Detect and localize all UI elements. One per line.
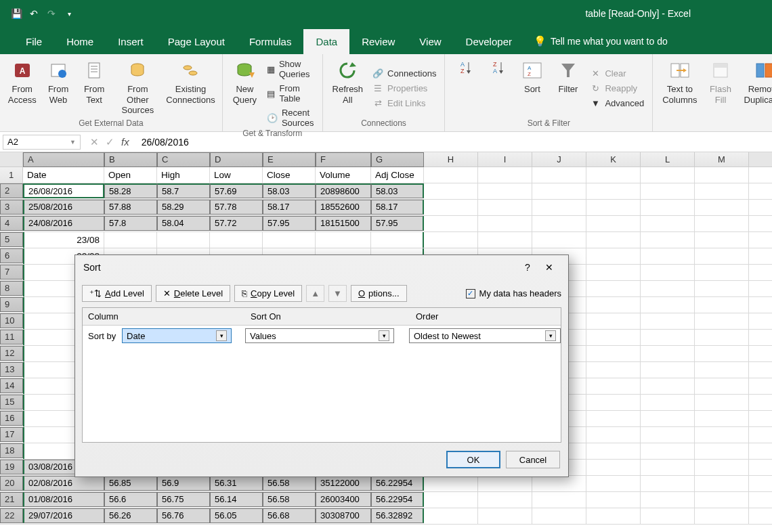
from-other-sources-button[interactable]: From Other Sources	[115, 58, 161, 118]
cell[interactable]	[695, 427, 749, 443]
col-header-D[interactable]: D	[210, 152, 263, 167]
headers-checkbox[interactable]: ✓ My data has headers	[466, 288, 561, 298]
cell[interactable]	[695, 330, 749, 345]
sortby-field-select[interactable]: Date▾	[122, 328, 232, 343]
cell[interactable]: 56.14	[210, 492, 263, 507]
cell[interactable]	[210, 232, 263, 248]
cell[interactable]	[641, 248, 695, 264]
undo-icon[interactable]: ↶	[28, 7, 40, 20]
cancel-button[interactable]: Cancel	[506, 451, 560, 468]
copy-level-button[interactable]: ⎘Copy Level	[234, 285, 302, 302]
cell[interactable]	[478, 216, 532, 231]
cell[interactable]	[695, 460, 749, 475]
cell[interactable]: 56.75	[157, 492, 210, 507]
recent-sources-button[interactable]: 🕑Recent Sources	[265, 107, 316, 129]
new-query-button[interactable]: New Query	[230, 58, 260, 129]
select-all-corner[interactable]	[0, 152, 23, 167]
row-header[interactable]: 14	[0, 378, 23, 393]
cell[interactable]: 24/08/2016	[23, 216, 104, 231]
cell[interactable]	[641, 476, 695, 491]
insert-function-icon[interactable]: fx	[121, 136, 129, 148]
row-header[interactable]: 18	[0, 443, 23, 458]
cell[interactable]	[586, 265, 641, 280]
options-button[interactable]: Options...	[351, 285, 407, 302]
cell[interactable]: 30308700	[316, 508, 371, 523]
cell[interactable]: 57.72	[210, 216, 263, 231]
cell[interactable]	[695, 183, 749, 199]
cell[interactable]	[424, 200, 478, 215]
row-header[interactable]: 8	[0, 281, 23, 296]
cell[interactable]	[695, 281, 749, 296]
row-header[interactable]: 1	[0, 167, 23, 183]
tell-me[interactable]: 💡 Tell me what you want to do	[524, 28, 677, 54]
cell[interactable]: 20898600	[316, 183, 371, 198]
cell[interactable]	[641, 216, 695, 231]
from-access-button[interactable]: A From Access	[7, 58, 38, 118]
cell[interactable]	[586, 362, 641, 378]
cell[interactable]	[586, 443, 641, 459]
cell[interactable]	[641, 330, 695, 345]
header-cell[interactable]: Adj Close	[371, 167, 424, 183]
row-header[interactable]: 6	[0, 248, 23, 263]
from-web-button[interactable]: From Web	[43, 58, 74, 118]
col-header-C[interactable]: C	[157, 152, 210, 167]
cell[interactable]: 56.85	[104, 476, 157, 491]
col-header-B[interactable]: B	[104, 152, 157, 167]
cell[interactable]: 23/08	[23, 232, 104, 248]
cell[interactable]	[478, 200, 532, 215]
enter-formula-icon[interactable]: ✓	[106, 136, 114, 148]
cell[interactable]: 56.22954	[371, 476, 424, 491]
cell[interactable]: 56.58	[263, 492, 316, 507]
cell[interactable]	[371, 232, 424, 248]
filter-button[interactable]: Filter	[553, 58, 583, 118]
cell[interactable]: 56.68	[263, 508, 316, 523]
cell[interactable]	[586, 492, 641, 508]
cell[interactable]	[586, 427, 641, 443]
delete-level-button[interactable]: ✕Delete Level	[156, 285, 230, 302]
cell[interactable]	[641, 362, 695, 378]
cell[interactable]: 56.26	[104, 508, 157, 523]
col-header-M[interactable]: M	[695, 152, 749, 167]
header-cell[interactable]: Low	[210, 167, 263, 183]
cell[interactable]	[641, 508, 695, 524]
cell[interactable]	[586, 232, 641, 248]
cell[interactable]	[478, 183, 532, 199]
cell[interactable]	[695, 443, 749, 459]
cell[interactable]	[641, 395, 695, 410]
col-header-E[interactable]: E	[263, 152, 316, 167]
cell[interactable]	[695, 167, 749, 183]
cell[interactable]	[532, 183, 586, 199]
cell[interactable]	[532, 232, 586, 248]
cell[interactable]	[695, 200, 749, 215]
remove-duplicates-button[interactable]: Remove Duplicates	[742, 58, 772, 118]
cell[interactable]	[641, 443, 695, 459]
edit-links-button[interactable]: ⇄Edit Links	[371, 97, 437, 110]
row-header[interactable]: 16	[0, 411, 23, 426]
cell[interactable]	[695, 346, 749, 361]
flash-fill-button[interactable]: Flash Fill	[706, 58, 736, 118]
col-header-I[interactable]: I	[478, 152, 532, 167]
tab-home[interactable]: Home	[54, 29, 106, 54]
cell[interactable]: 58.04	[157, 216, 210, 231]
cell[interactable]	[641, 378, 695, 394]
cancel-formula-icon[interactable]: ✕	[90, 136, 99, 148]
cell[interactable]	[641, 200, 695, 215]
dialog-help-button[interactable]: ?	[517, 258, 538, 277]
name-box[interactable]: A2 ▼	[3, 135, 81, 150]
cell[interactable]	[478, 232, 532, 248]
advanced-filter-button[interactable]: ▼Advanced	[588, 97, 645, 110]
header-cell[interactable]: Close	[263, 167, 316, 183]
cell[interactable]: 58.03	[371, 183, 424, 198]
cell[interactable]	[586, 297, 641, 313]
connections-button[interactable]: 🔗Connections	[371, 68, 437, 80]
cell[interactable]	[532, 476, 586, 491]
cell[interactable]	[641, 183, 695, 199]
col-header-H[interactable]: H	[424, 152, 478, 167]
cell[interactable]	[695, 362, 749, 378]
row-header[interactable]: 21	[0, 492, 23, 507]
row-header[interactable]: 2	[0, 183, 23, 198]
cell[interactable]	[695, 378, 749, 394]
cell[interactable]: 56.32892	[371, 508, 424, 523]
header-cell[interactable]: Volume	[316, 167, 371, 183]
cell[interactable]	[695, 248, 749, 264]
